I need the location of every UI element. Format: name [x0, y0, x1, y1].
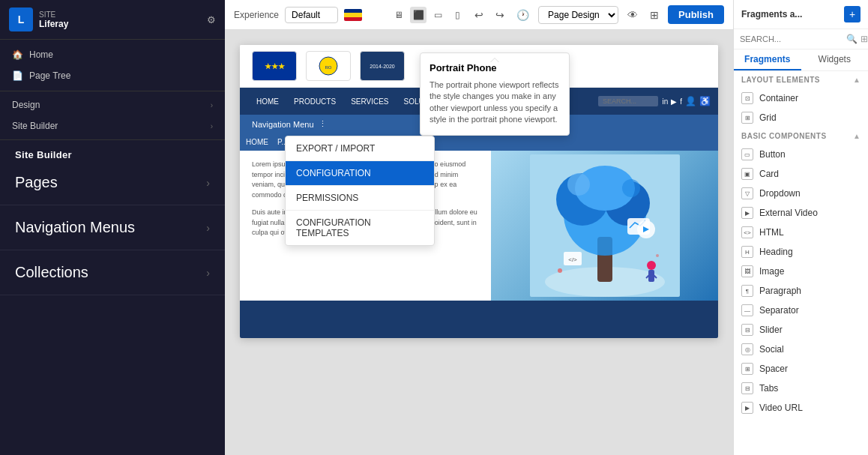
- search-bar: 🔍 ⊞: [734, 29, 868, 49]
- context-permissions[interactable]: PERMISSIONS: [286, 186, 434, 210]
- add-fragment-button[interactable]: +: [844, 6, 861, 22]
- component-card[interactable]: ▣ Card: [734, 164, 868, 184]
- paragraph-icon: ¶: [741, 285, 753, 297]
- grid-view-icon[interactable]: ⊞: [861, 34, 868, 44]
- component-label: Separator: [759, 305, 799, 316]
- html-icon: <>: [741, 226, 753, 238]
- portrait-phone-tooltip: Portrait Phone The portrait phone viewpo…: [420, 52, 570, 136]
- preview-search-input[interactable]: [598, 96, 658, 106]
- sidebar-item-home[interactable]: 🏠 Home: [0, 44, 225, 65]
- youtube-icon[interactable]: ▶: [671, 97, 677, 106]
- component-container[interactable]: ⊡ Container: [734, 88, 868, 108]
- component-spacer[interactable]: ⊞ Spacer: [734, 359, 868, 379]
- home-icon: 🏠: [12, 49, 23, 60]
- page-design-select[interactable]: Page Design: [538, 6, 618, 24]
- sidebar-item-collections[interactable]: Collections ›: [0, 250, 225, 295]
- mobile-portrait-viewport-icon[interactable]: ▯: [449, 7, 465, 23]
- nav-products[interactable]: PRODUCTS: [286, 88, 343, 115]
- context-configuration[interactable]: CONFIGURATION: [286, 161, 434, 185]
- undo-button[interactable]: ↩: [471, 6, 486, 24]
- component-label: Video URL: [759, 403, 803, 413]
- sidebar-item-pages[interactable]: Pages ›: [0, 160, 225, 205]
- language-flag[interactable]: [344, 9, 362, 21]
- site-header: L SITE Liferay ⚙: [0, 0, 225, 40]
- site-icon: L: [9, 7, 33, 31]
- component-image[interactable]: 🖼 Image: [734, 262, 868, 281]
- accessibility-icon[interactable]: ♿: [699, 96, 711, 106]
- sidebar-item-page-tree[interactable]: 📄 Page Tree: [0, 65, 225, 86]
- search-input[interactable]: [740, 34, 843, 43]
- component-label: Card: [759, 169, 779, 179]
- component-paragraph[interactable]: ¶ Paragraph: [734, 281, 868, 301]
- svg-point-12: [647, 261, 656, 270]
- right-sidebar: Fragments a... + 🔍 ⊞ Fragments Widgets L…: [733, 0, 868, 455]
- nav-menu-tag-label: Navigation Menu: [252, 120, 314, 129]
- separator-icon: —: [741, 304, 753, 316]
- component-label: Container: [759, 93, 798, 103]
- component-grid[interactable]: ⊞ Grid: [734, 108, 868, 127]
- publish-button[interactable]: Publish: [668, 5, 724, 24]
- svg-text:</>: </>: [568, 256, 577, 263]
- component-separator[interactable]: — Separator: [734, 301, 868, 320]
- svg-point-9: [567, 173, 590, 196]
- chevron-up-icon: ▲: [853, 76, 861, 84]
- nav-services[interactable]: SERVICES: [343, 88, 396, 115]
- svg-point-10: [622, 179, 640, 197]
- nav-menu-context-menu: EXPORT / IMPORT CONFIGURATION PERMISSION…: [285, 136, 435, 246]
- user-icon[interactable]: 👤: [685, 96, 696, 106]
- component-social[interactable]: ◎ Social: [734, 340, 868, 359]
- panel-button[interactable]: ⊞: [647, 6, 662, 24]
- context-export-import[interactable]: EXPORT / IMPORT: [286, 136, 434, 160]
- component-external-video[interactable]: ▶ External Video: [734, 203, 868, 223]
- search-icon: 🔍: [846, 34, 858, 44]
- ro-logo: RO: [306, 51, 351, 81]
- preview-footer: [240, 301, 718, 338]
- svg-point-20: [558, 268, 562, 273]
- chevron-right-icon: ›: [211, 101, 213, 109]
- redo-button[interactable]: ↪: [492, 6, 507, 24]
- nav-menu-dots-button[interactable]: ⋮: [319, 119, 327, 129]
- tooltip-arrow-inner: [491, 58, 498, 62]
- basic-components-label: BASIC COMPONENTS: [741, 132, 827, 140]
- desktop-viewport-icon[interactable]: 🖥: [391, 7, 407, 23]
- site-settings-icon[interactable]: ⚙: [207, 14, 216, 25]
- external-video-icon: ▶: [741, 207, 753, 219]
- sidebar-item-navigation-menus[interactable]: Navigation Menus ›: [0, 205, 225, 250]
- sidebar-item-site-builder[interactable]: Site Builder ›: [0, 115, 225, 136]
- site-builder-label: Site Builder: [0, 140, 225, 160]
- component-label: External Video: [759, 208, 818, 218]
- component-button[interactable]: ▭ Button: [734, 145, 868, 164]
- experience-select[interactable]: Default: [285, 7, 338, 23]
- button-icon: ▭: [741, 148, 753, 160]
- preview-button[interactable]: 👁: [624, 6, 641, 24]
- chevron-right-icon: ›: [206, 222, 210, 234]
- eu-logo: ★★★: [252, 51, 297, 81]
- sidebar-item-design[interactable]: Design ›: [0, 94, 225, 115]
- tablet-viewport-icon[interactable]: ⬛: [410, 7, 427, 23]
- component-html[interactable]: <> HTML: [734, 223, 868, 242]
- layout-elements-header[interactable]: LAYOUT ELEMENTS ▲: [734, 71, 868, 88]
- basic-components-header[interactable]: BASIC COMPONENTS ▲: [734, 127, 868, 145]
- fragments-header: Fragments a... +: [734, 0, 868, 29]
- facebook-icon[interactable]: f: [680, 97, 682, 106]
- component-dropdown[interactable]: ▽ Dropdown: [734, 184, 868, 203]
- history-button[interactable]: 🕐: [513, 6, 532, 24]
- mobile-landscape-viewport-icon[interactable]: ▭: [430, 7, 446, 23]
- layout-elements-label: LAYOUT ELEMENTS: [741, 76, 820, 84]
- tooltip-text: The portrait phone viewport reflects the…: [430, 79, 560, 126]
- grid-icon: ⊞: [741, 112, 753, 124]
- component-slider[interactable]: ⊟ Slider: [734, 320, 868, 340]
- component-tabs[interactable]: ⊟ Tabs: [734, 379, 868, 398]
- component-heading[interactable]: H Heading: [734, 242, 868, 262]
- nav-home[interactable]: HOME: [249, 88, 286, 115]
- video-url-icon: ▶: [741, 402, 753, 414]
- nav-link-home[interactable]: HOME: [246, 138, 268, 146]
- tabs-icon: ⊟: [741, 382, 753, 394]
- site-name: SITE Liferay: [39, 10, 68, 29]
- linkedin-icon[interactable]: in: [662, 97, 668, 106]
- component-label: HTML: [759, 227, 784, 238]
- tab-fragments[interactable]: Fragments: [734, 49, 801, 70]
- context-configuration-templates[interactable]: CONFIGURATION TEMPLATES: [286, 211, 434, 245]
- tab-widgets[interactable]: Widgets: [801, 49, 869, 70]
- component-video-url[interactable]: ▶ Video URL: [734, 398, 868, 418]
